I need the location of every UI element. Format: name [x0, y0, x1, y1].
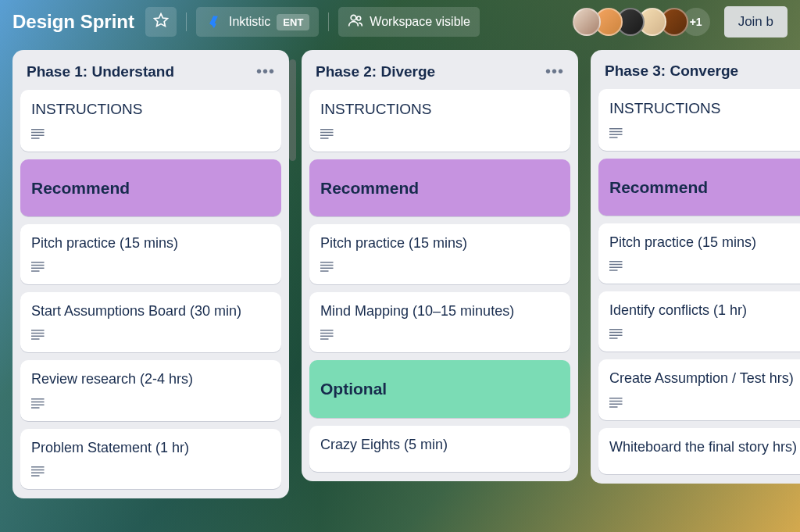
card-title: Mind Mapping (10–15 minutes) [320, 302, 559, 321]
svg-rect-28 [320, 265, 334, 266]
svg-rect-39 [609, 261, 623, 262]
card[interactable]: Pitch practice (15 mins) [20, 224, 281, 284]
card-label[interactable]: Recommend [309, 159, 570, 216]
card-label[interactable]: Recommend [20, 159, 281, 216]
avatar[interactable] [573, 8, 601, 36]
card[interactable]: INSTRUCTIONS [598, 89, 800, 151]
description-icon [609, 127, 623, 141]
card[interactable]: Identify conflicts (1 hr) [598, 291, 800, 352]
card-title: INSTRUCTIONS [320, 99, 559, 120]
card-title: Pitch practice (15 mins) [609, 233, 800, 252]
svg-point-2 [357, 16, 361, 20]
list-title[interactable]: Phase 3: Converge [605, 62, 738, 80]
description-icon [609, 397, 623, 411]
svg-rect-17 [31, 404, 45, 405]
list-title[interactable]: Phase 2: Diverge [316, 63, 435, 80]
divider [328, 12, 329, 31]
svg-rect-21 [31, 472, 45, 473]
svg-rect-26 [320, 137, 329, 139]
list-menu-button[interactable]: ••• [545, 62, 564, 80]
svg-rect-32 [320, 333, 334, 334]
ellipsis-icon: ••• [545, 62, 564, 80]
svg-rect-10 [31, 270, 40, 272]
svg-rect-3 [31, 129, 45, 130]
description-icon [31, 329, 45, 343]
card-title: Start Assumptions Board (30 min) [31, 302, 270, 321]
star-button[interactable] [145, 7, 177, 37]
list-phase-3: Phase 3: Converge INSTRUCTIONS Recommend… [591, 50, 800, 484]
svg-rect-31 [320, 330, 334, 331]
list-title[interactable]: Phase 1: Understand [27, 63, 174, 80]
workspace-badge: ENT [277, 14, 309, 30]
svg-rect-37 [609, 134, 623, 135]
people-icon [348, 12, 363, 31]
svg-rect-6 [31, 137, 40, 139]
svg-rect-16 [31, 401, 45, 402]
card[interactable]: Mind Mapping (10–15 minutes) [309, 292, 570, 352]
board-canvas: Phase 1: Understand ••• INSTRUCTIONS Rec… [0, 44, 800, 532]
svg-rect-49 [609, 403, 623, 405]
card-title: Problem Statement (1 hr) [31, 438, 270, 458]
description-icon [31, 128, 45, 142]
workspace-name: Inktistic [229, 15, 270, 29]
card-title: Whiteboard the final story hrs) [609, 437, 800, 457]
description-icon [31, 261, 45, 275]
svg-rect-15 [31, 398, 45, 400]
card[interactable]: Pitch practice (15 mins) [309, 224, 570, 284]
svg-rect-4 [31, 131, 45, 133]
svg-rect-33 [320, 336, 334, 337]
svg-rect-36 [609, 130, 623, 132]
list-menu-button[interactable]: ••• [256, 62, 275, 80]
svg-rect-44 [609, 332, 623, 334]
star-icon [153, 12, 169, 31]
workspace-button[interactable]: Inktistic ENT [196, 7, 319, 37]
svg-rect-35 [609, 128, 623, 130]
svg-rect-38 [609, 137, 618, 138]
svg-marker-0 [155, 14, 168, 27]
card-title: Identify conflicts (1 hr) [609, 301, 800, 320]
card-label[interactable]: Recommend [598, 159, 800, 216]
card-title: Recommend [31, 177, 270, 199]
svg-rect-50 [609, 406, 618, 408]
card[interactable]: Problem Statement (1 hr) [20, 429, 281, 489]
svg-rect-11 [31, 330, 45, 331]
board-title[interactable]: Design Sprint [12, 11, 134, 33]
card[interactable]: Start Assumptions Board (30 min) [20, 292, 281, 352]
svg-rect-29 [320, 268, 334, 270]
svg-rect-8 [31, 265, 45, 266]
join-board-button[interactable]: Join b [724, 6, 788, 37]
list-scrollbar[interactable] [289, 59, 296, 161]
svg-point-1 [352, 15, 357, 20]
card[interactable]: INSTRUCTIONS [20, 90, 281, 152]
card-title: Create Assumption / Test hrs) [609, 369, 800, 388]
svg-rect-46 [609, 338, 618, 340]
card-title: Pitch practice (15 mins) [320, 234, 559, 253]
board-header: Design Sprint Inktistic ENT Workspace vi… [0, 0, 800, 44]
card[interactable]: Crazy Eights (5 min) [309, 426, 570, 472]
card-title: Optional [320, 377, 559, 400]
card[interactable]: Whiteboard the final story hrs) [598, 428, 800, 474]
svg-rect-25 [320, 134, 334, 136]
description-icon [31, 466, 45, 480]
svg-rect-45 [609, 335, 623, 337]
svg-rect-24 [320, 131, 334, 133]
visibility-button[interactable]: Workspace visible [338, 7, 480, 37]
svg-rect-14 [31, 339, 40, 341]
list-phase-1: Phase 1: Understand ••• INSTRUCTIONS Rec… [12, 50, 289, 498]
description-icon [609, 260, 623, 274]
svg-rect-23 [320, 129, 334, 130]
card-title: Recommend [609, 176, 800, 198]
description-icon [320, 261, 334, 275]
card[interactable]: INSTRUCTIONS [309, 90, 570, 152]
card-title: Crazy Eights (5 min) [320, 435, 559, 455]
card[interactable]: Review research (2-4 hrs) [20, 360, 281, 420]
atlassian-logo-icon [205, 13, 223, 30]
svg-rect-12 [31, 333, 45, 334]
card[interactable]: Create Assumption / Test hrs) [598, 359, 800, 420]
description-icon [320, 128, 334, 142]
card-label[interactable]: Optional [309, 360, 570, 417]
svg-rect-47 [609, 398, 623, 399]
list-phase-2: Phase 2: Diverge ••• INSTRUCTIONS Recomm… [302, 50, 578, 481]
card[interactable]: Pitch practice (15 mins) [598, 223, 800, 284]
description-icon [320, 329, 334, 343]
